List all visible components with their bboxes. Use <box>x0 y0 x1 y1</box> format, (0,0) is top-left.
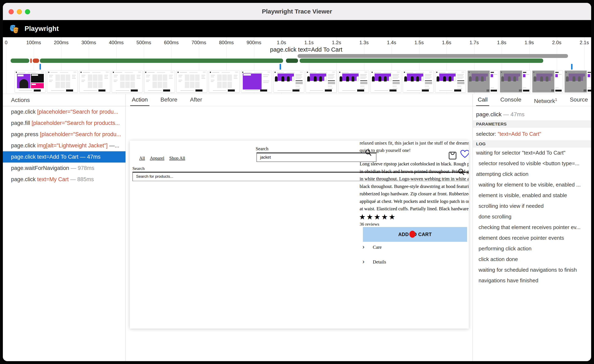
search-top-value: jacket <box>260 155 271 160</box>
chevron-right-icon: › <box>362 257 364 265</box>
filmstrip-thumbnail[interactable] <box>112 70 142 93</box>
log-row: attempting click action <box>473 169 591 179</box>
main-layout: Actions page.click [placeholder="Search … <box>3 94 591 361</box>
timeline-bar-segment[interactable] <box>33 59 39 63</box>
description-line: at waist. Elasticized cuffs. Partially l… <box>360 205 469 213</box>
timeline-tick-label: 700ms <box>191 40 206 46</box>
filmstrip-thumbnail[interactable] <box>209 70 239 93</box>
accordion-label: Care <box>373 245 382 250</box>
action-row[interactable]: page.click [placeholder="Search for prod… <box>3 106 125 117</box>
accordion-care[interactable]: ›Care <box>362 243 382 250</box>
timeline-tick-label: 1.8s <box>497 40 506 46</box>
timeline-tick-label: 800ms <box>219 40 234 46</box>
description-line: appliqué at chest. Welt pockets and text… <box>360 198 469 205</box>
description-line: rubberized logo hardware. Zip closure at… <box>360 190 469 198</box>
filmstrip-thumbnail[interactable] <box>241 70 272 93</box>
timeline-bar-segment[interactable] <box>286 59 298 63</box>
filmstrip-thumbnail[interactable] <box>47 70 78 93</box>
page-snapshot: relaxed unisex fit, this jacket is just … <box>130 141 469 329</box>
timeline-tick-label: 1.9s <box>525 40 534 46</box>
action-selector: text=Add To Cart <box>37 154 78 160</box>
app-name: Playwright <box>25 25 59 33</box>
action-method: page.fill <box>11 120 30 126</box>
log-section-header: LOG <box>473 141 591 147</box>
snapshot-tab-after[interactable]: After <box>188 94 204 106</box>
timeline-zone[interactable]: 0100ms200ms300ms400ms500ms600ms700ms800m… <box>3 37 591 94</box>
snapshot-intro-line: relaxed unisex fit, this jacket is just … <box>360 141 469 147</box>
description-line: Long sleeve ripstop jacket colorblocked … <box>360 160 469 168</box>
filmstrip-thumbnail[interactable] <box>532 70 563 93</box>
action-row[interactable]: page.click text=My Cart — 885ms <box>3 174 125 185</box>
param-value: "text=Add To Cart" <box>498 131 541 137</box>
log-row: performing click action <box>473 243 591 254</box>
timeline-screenshot-marker[interactable] <box>571 64 573 70</box>
timeline-screenshot-marker[interactable] <box>280 64 281 70</box>
filmstrip-thumbnail[interactable] <box>144 70 175 93</box>
log-row: element does receive pointer events <box>473 233 591 243</box>
timeline-tick-label: 900ms <box>246 40 261 46</box>
timeline-tick-label: 300ms <box>81 40 96 46</box>
action-duration: — 47ms <box>80 154 101 160</box>
detail-tab-source[interactable]: Source <box>568 94 590 106</box>
snapshot-tab-action[interactable]: Action <box>130 94 149 106</box>
action-row[interactable]: page.press [placeholder="Search for prod… <box>3 129 125 140</box>
timeline-bar-segment[interactable] <box>40 59 283 63</box>
timeline-screenshot-marker[interactable] <box>40 64 41 70</box>
log-row: done scrolling <box>473 211 591 222</box>
filmstrip-thumbnail[interactable] <box>176 70 207 93</box>
action-method: page.press <box>11 131 39 137</box>
snapshot-nav-link[interactable]: Shop All <box>169 155 185 161</box>
filmstrip-thumbnail[interactable] <box>15 70 45 93</box>
snapshot-nav-link[interactable]: All <box>139 155 145 161</box>
timeline-tick-label: 0 <box>5 40 7 46</box>
filmstrip-thumbnail[interactable] <box>371 70 401 93</box>
filmstrip-thumbnail[interactable] <box>403 70 433 93</box>
parameters-section-header: PARAMETERS <box>473 121 591 128</box>
search-top-label: Search <box>256 145 269 153</box>
snapshot-panel: ActionBeforeAfter relaxed unisex fit, th… <box>126 94 473 361</box>
action-row[interactable]: page.fill [placeholder="Search for produ… <box>3 117 125 129</box>
wishlist-heart-icon[interactable] <box>460 150 469 158</box>
log-row: checking that element receives pointer e… <box>473 222 591 233</box>
timeline-tick-label: 2.1s <box>580 40 589 46</box>
timeline-bar-segment[interactable] <box>30 59 32 63</box>
timeline-tick-label: 600ms <box>164 40 179 46</box>
search-top-input[interactable]: jacket <box>256 153 376 162</box>
description-line: black throughout. Bungee-style drawstrin… <box>360 183 469 190</box>
timeline-bar-segment[interactable] <box>300 59 543 63</box>
snapshot-nav-link[interactable]: Apparel <box>150 155 164 161</box>
timeline-tick-label: 1.7s <box>470 40 479 46</box>
chevron-right-icon: › <box>362 243 364 250</box>
filmstrip-thumbnail[interactable] <box>467 70 498 93</box>
detail-tab-call[interactable]: Call <box>476 94 489 106</box>
filmstrip-thumbnail[interactable] <box>565 70 591 93</box>
actions-panel-title: Actions <box>3 94 125 106</box>
product-description: Long sleeve ripstop jacket colorblocked … <box>360 160 469 213</box>
timeline-tick-label: 1.0s <box>277 40 286 46</box>
timeline-bar-segment[interactable] <box>11 59 29 63</box>
search-main-placeholder: Search for products... <box>136 174 173 179</box>
timeline-bar-segment[interactable] <box>298 54 568 58</box>
filmstrip-thumbnail[interactable] <box>306 70 337 93</box>
filmstrip-thumbnail[interactable] <box>435 70 466 93</box>
snapshot-nav: AllApparelShop All <box>139 155 190 161</box>
action-row[interactable]: page.click img[alt="Lightweight Jacket"]… <box>3 140 125 151</box>
action-selector: [placeholder="Search for produ... <box>37 109 118 115</box>
search-icon[interactable] <box>364 149 372 157</box>
shopping-bag-icon[interactable] <box>448 150 457 160</box>
filmstrip-thumbnail[interactable] <box>273 70 304 93</box>
log-row: selector resolved to visible <button typ… <box>473 158 591 169</box>
titlebar: Playwright Trace Viewer <box>3 3 591 20</box>
detail-tab-network[interactable]: Network1 <box>532 94 559 106</box>
action-row[interactable]: page.click text=Add To Cart — 47ms <box>3 151 125 162</box>
filmstrip-thumbnail[interactable] <box>338 70 369 93</box>
parameter-row: selector: "text=Add To Cart" <box>473 128 591 141</box>
filmstrip-thumbnail[interactable] <box>79 70 110 93</box>
timeline-tick-label: 500ms <box>136 40 151 46</box>
accordion-details[interactable]: ›Details <box>362 258 386 265</box>
detail-tab-console[interactable]: Console <box>499 94 523 106</box>
timeline-tick-label: 1.6s <box>442 40 451 46</box>
snapshot-tab-before[interactable]: Before <box>159 94 179 106</box>
filmstrip-thumbnail[interactable] <box>500 70 531 93</box>
action-row[interactable]: page.waitForNavigation — 978ms <box>3 162 125 174</box>
